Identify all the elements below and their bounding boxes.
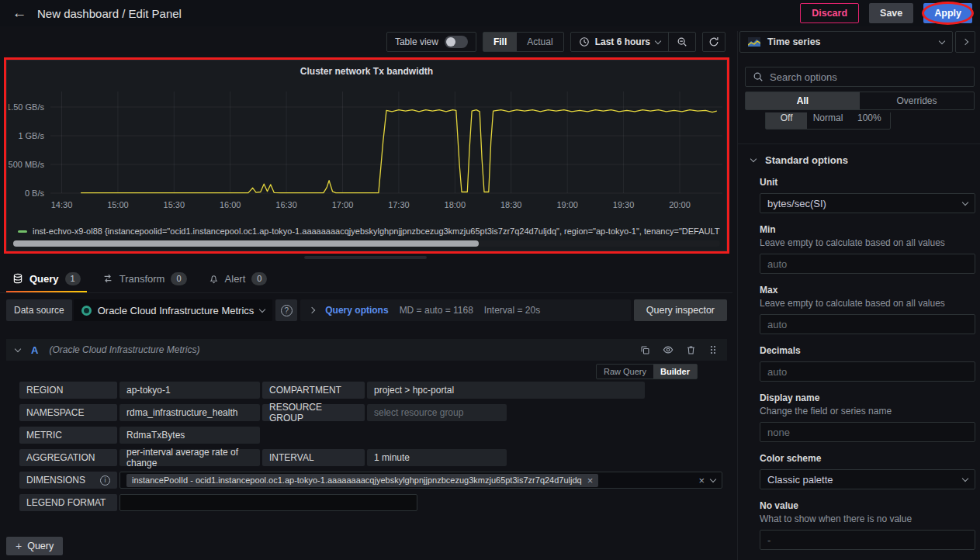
add-query-label: Query (27, 541, 54, 551)
info-circle-icon[interactable]: i (100, 475, 110, 486)
resource-group-select[interactable]: select resource group (367, 404, 507, 421)
namespace-select[interactable]: rdma_infrastructure_health (119, 404, 260, 421)
zoom-out-button[interactable] (669, 33, 695, 51)
legend-scrollbar[interactable] (13, 240, 720, 247)
resource-group-label: RESOURCE GROUP (262, 404, 365, 421)
copy-icon (640, 345, 650, 355)
datasource-help-button[interactable]: ? (275, 299, 297, 321)
svg-text:15:30: 15:30 (164, 200, 185, 209)
interval-value: Interval = 20s (484, 305, 540, 316)
chart-title: Cluster network Tx bandwidth (7, 60, 726, 82)
min-label: Min (760, 224, 975, 235)
collapse-sidebar-button[interactable] (955, 31, 975, 53)
legend-format-input[interactable] (119, 494, 417, 511)
datasource-picker[interactable]: Oracle Cloud Infrastructure Metrics (74, 299, 273, 321)
collapse-chevron-icon[interactable] (15, 345, 21, 351)
dimensions-label-text: DIMENSIONS (26, 475, 85, 486)
table-view-toggle[interactable] (445, 36, 468, 48)
tab-overrides[interactable]: Overrides (860, 92, 974, 109)
drag-query-handle[interactable] (708, 345, 718, 354)
database-icon (12, 273, 23, 284)
no-value-label: No value (760, 500, 975, 511)
refresh-button[interactable] (702, 32, 725, 52)
chart-legend[interactable]: inst-echvo-x9-ol88 {instancepoolid="ocid… (18, 225, 720, 237)
plus-icon: + (16, 541, 22, 551)
option-normal[interactable]: Normal (807, 112, 848, 129)
back-arrow-icon[interactable]: ← (8, 2, 31, 25)
options-sidebar: Time series All Overrides Off Normal 100… (737, 31, 980, 560)
add-query-button[interactable]: + Query (6, 537, 63, 555)
unit-field: Unit bytes/sec(SI) (760, 177, 975, 213)
legend-series-label[interactable]: inst-echvo-x9-ol88 {instancepoolid="ocid… (33, 226, 720, 236)
apply-button[interactable]: Apply (923, 3, 972, 23)
chevron-down-icon (655, 37, 661, 43)
clipped-option-control: Off Normal 100% (765, 112, 891, 130)
time-range-picker[interactable]: Last 6 hours (571, 33, 668, 51)
min-input[interactable] (760, 254, 975, 274)
query-count-badge: 1 (65, 272, 81, 285)
no-value-input[interactable] (760, 530, 975, 550)
visualization-picker[interactable]: Time series (739, 31, 953, 53)
legend-series-marker (18, 230, 27, 233)
discard-button[interactable]: Discard (800, 3, 859, 23)
tab-all[interactable]: All (746, 92, 860, 109)
legend-scrollbar-thumb[interactable] (13, 240, 479, 247)
option-100[interactable]: 100% (849, 112, 890, 129)
compartment-select[interactable]: project > hpc-portal (367, 382, 645, 399)
region-select[interactable]: ap-tokyo-1 (119, 382, 260, 399)
query-options-toggle[interactable]: Query options (325, 305, 388, 316)
query-inspector-button[interactable]: Query inspector (634, 299, 727, 321)
interval-select[interactable]: 1 minute (367, 449, 507, 466)
editor-tabs: Query 1 Transform 0 Alert 0 (12, 268, 267, 289)
hide-query-button[interactable] (663, 344, 674, 355)
save-button[interactable]: Save (869, 3, 913, 23)
delete-query-button[interactable] (686, 345, 696, 355)
svg-text:19:30: 19:30 (613, 200, 635, 209)
decimals-label: Decimals (760, 345, 975, 356)
max-input[interactable] (760, 314, 975, 334)
standard-options-title: Standard options (765, 154, 848, 166)
transform-icon (102, 273, 113, 284)
metric-select[interactable]: RdmaTxBytes (119, 427, 260, 444)
svg-text:16:30: 16:30 (275, 200, 297, 209)
svg-text:14:30: 14:30 (51, 200, 73, 209)
tabs-divider (0, 292, 732, 293)
actual-option[interactable]: Actual (517, 33, 563, 51)
clear-dimensions-icon[interactable]: × (698, 475, 705, 486)
interval-label: INTERVAL (262, 449, 365, 466)
no-value-description: What to show when there is no value (760, 513, 975, 524)
color-scheme-select[interactable]: Classic palette (760, 469, 975, 489)
tab-transform-label: Transform (119, 273, 165, 285)
raw-query-option[interactable]: Raw Query (597, 365, 653, 379)
tab-transform[interactable]: Transform 0 (102, 268, 187, 289)
option-off[interactable]: Off (766, 112, 807, 129)
builder-option[interactable]: Builder (653, 365, 697, 379)
query-row-header[interactable]: A (Oracle Cloud Infrastructure Metrics) (6, 339, 727, 361)
duplicate-query-button[interactable] (640, 345, 650, 355)
svg-text:16:00: 16:00 (220, 200, 241, 209)
dimensions-select[interactable]: instancePoolId - ocid1.instancepool.oc1.… (119, 472, 722, 489)
options-search-input[interactable] (770, 71, 967, 83)
svg-text:20:00: 20:00 (669, 200, 691, 209)
svg-text:18:00: 18:00 (445, 200, 466, 209)
no-value-field: No value What to show when there is no v… (760, 500, 975, 550)
remove-dimension-icon[interactable]: × (587, 475, 594, 486)
tab-query[interactable]: Query 1 (12, 268, 81, 289)
display-name-input[interactable] (760, 422, 975, 442)
aggregation-select[interactable]: per-interval average rate of change (119, 449, 260, 466)
fill-option[interactable]: Fill (483, 33, 517, 51)
decimals-input[interactable] (760, 361, 975, 382)
top-bar: ← New dashboard / Edit Panel Discard Sav… (0, 0, 980, 26)
chevron-down-icon (962, 199, 968, 205)
unit-select[interactable]: bytes/sec(SI) (760, 193, 975, 213)
pane-resize-handle[interactable] (304, 256, 427, 259)
datasource-row: Data source Oracle Cloud Infrastructure … (6, 299, 727, 321)
standard-options-header[interactable]: Standard options (738, 154, 980, 166)
metric-label: METRIC (19, 427, 117, 444)
timeseries-chart[interactable]: 14:3015:0015:3016:0016:3017:0017:3018:00… (9, 84, 725, 217)
tab-alert[interactable]: Alert 0 (209, 268, 268, 289)
grip-dots-icon (708, 345, 718, 354)
options-search[interactable] (745, 67, 975, 87)
region-label: REGION (19, 382, 117, 399)
tab-alert-label: Alert (225, 273, 246, 285)
